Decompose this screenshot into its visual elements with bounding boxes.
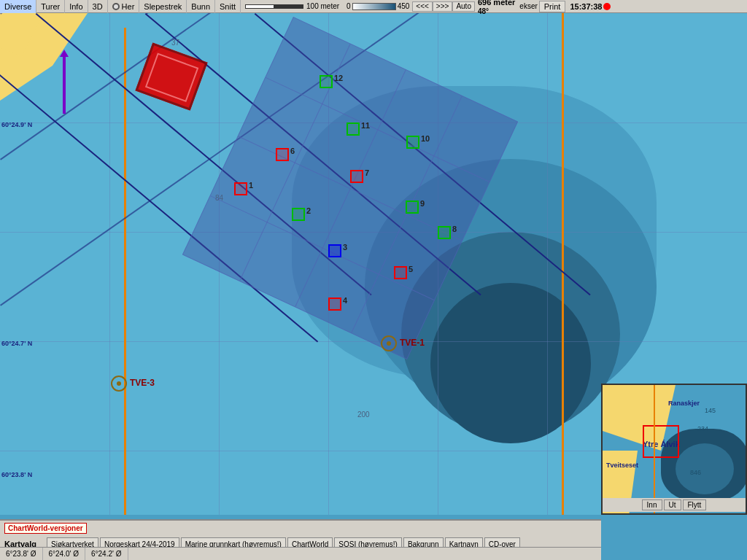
inset-flytt-btn[interactable]: Flytt [683, 499, 707, 510]
inset-depth-846: 846 [690, 469, 701, 476]
marker-8[interactable] [438, 226, 451, 239]
marker-2-label: 2 [306, 206, 311, 215]
marker-6[interactable] [276, 148, 289, 161]
inset-viewport-rect [643, 425, 679, 458]
marker-10-label: 10 [421, 134, 430, 143]
depth-gradient [352, 3, 396, 10]
chartworld-row: ChartWorld-versjoner [0, 521, 601, 535]
coord-left-1: 60°24.9' N [1, 121, 32, 128]
marker-11-label: 11 [361, 121, 370, 130]
depth-min: 0 [347, 2, 351, 10]
marker-1[interactable] [234, 182, 247, 195]
depth-max: 450 [398, 2, 410, 10]
coord-bottom-mid: 6°24.0' Ø [43, 548, 86, 560]
marker-4[interactable] [328, 298, 341, 311]
menu-slepestrek[interactable]: Slepestrek [139, 0, 187, 13]
marker-6-label: 6 [290, 147, 295, 155]
marker-12[interactable] [320, 75, 333, 88]
menu-diverse[interactable]: Diverse [0, 0, 36, 13]
inset-map: Ytre Álvik Ranaskjer Tveitseset 145 234 … [601, 384, 747, 515]
auto-btn[interactable]: Auto [452, 1, 475, 12]
marker-11[interactable] [347, 122, 360, 136]
nav-left-btn[interactable]: <<< [412, 1, 433, 12]
ekser-label: ekser [518, 2, 538, 10]
marker-10[interactable] [406, 136, 419, 149]
grid-v-1 [109, 13, 110, 515]
inset-depth-234: 234 [697, 425, 708, 432]
marker-5[interactable] [394, 266, 407, 279]
inset-depth-145: 145 [705, 407, 716, 414]
time-indicator [603, 3, 611, 10]
menu-snitt[interactable]: Snitt [215, 0, 241, 13]
measure-display: 696 meter 48° [475, 0, 518, 15]
marker-12-label: 12 [334, 74, 343, 82]
coord-left-2: 60°24.7' N [1, 340, 32, 347]
coord-bottom-left: 6°23.8' Ø [0, 548, 43, 560]
scale-label: 100 meter [306, 2, 339, 10]
tve-3-label: TVE-3 [130, 378, 155, 388]
inset-tveitseset: Tveitseset [606, 462, 638, 469]
chartworld-label: ChartWorld-versjoner [4, 523, 87, 534]
scale-bar: 100 meter [241, 2, 344, 10]
menu-3d[interactable]: 3D [88, 0, 108, 13]
marker-7[interactable] [350, 170, 363, 183]
purple-arrow [63, 55, 66, 114]
marker-1-label: 1 [249, 181, 253, 190]
tve-1-center [387, 341, 391, 346]
marker-2[interactable] [292, 208, 305, 221]
marker-8-label: 8 [452, 225, 457, 233]
menu-bunn[interactable]: Bunn [187, 0, 215, 13]
depth-label-37: 37 [171, 39, 179, 47]
inset-ut-btn[interactable]: Ut [664, 499, 681, 510]
tve-1-marker[interactable] [381, 335, 397, 351]
toolbar: Diverse Turer Info 3D Her Slepestrek Bun… [0, 0, 747, 13]
marker-7-label: 7 [365, 168, 369, 177]
inset-ranaskjer: Ranaskjer [668, 400, 700, 407]
inset-orange-line [654, 385, 655, 515]
marker-9[interactable] [406, 201, 419, 214]
coord-bar: 6°23.8' Ø 6°24.0' Ø 6°24.2' Ø [0, 547, 601, 560]
water-depth-4 [430, 283, 591, 443]
red-rectangle-inner [145, 53, 198, 103]
radio-her[interactable]: Her [108, 0, 140, 13]
map-area[interactable]: 1 2 3 4 5 6 7 8 9 10 11 12 TVE-1 TVE-3 3… [0, 13, 747, 515]
coord-left-3: 60°23.8' N [1, 471, 32, 478]
inset-controls: Inn Ut Flytt [603, 498, 746, 512]
marker-4-label: 4 [343, 296, 347, 305]
orange-line-1 [124, 28, 126, 515]
print-btn[interactable]: Print [539, 1, 566, 12]
marker-5-label: 5 [409, 265, 413, 273]
tve-1-label: TVE-1 [400, 338, 425, 348]
nav-right-btn[interactable]: >>> [433, 1, 453, 12]
depth-range: 0 450 [344, 2, 412, 10]
marker-3-label: 3 [343, 243, 347, 252]
depth-label-200: 200 [357, 411, 370, 419]
coord-bottom-right: 6°24.2' Ø [85, 548, 128, 560]
time-display: 15:37:38 [565, 2, 615, 11]
inset-mid-water [676, 443, 734, 494]
menu-info[interactable]: Info [65, 0, 88, 13]
grid-v-5 [547, 13, 548, 515]
tve-3-center [117, 381, 121, 386]
orange-line-2 [562, 13, 564, 515]
marker-9-label: 9 [420, 199, 425, 208]
inset-inn-btn[interactable]: Inn [642, 499, 662, 510]
menu-turer[interactable]: Turer [36, 0, 65, 13]
tve-3-marker[interactable] [111, 376, 127, 392]
depth-label-84: 84 [215, 194, 223, 202]
marker-3[interactable] [328, 244, 341, 257]
